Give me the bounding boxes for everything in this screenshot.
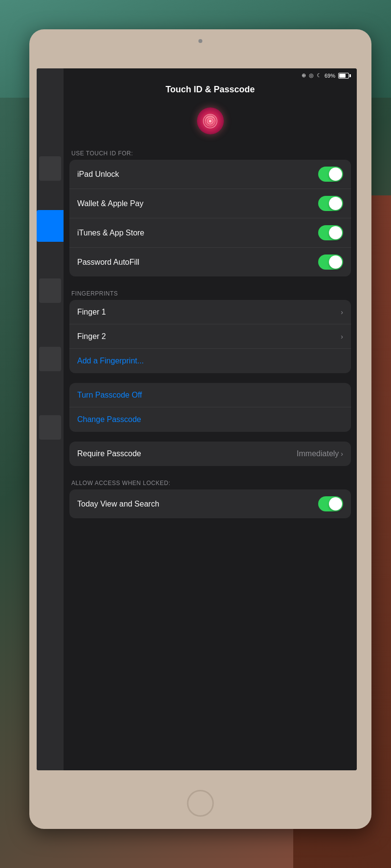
fingerprints-section-header: FINGERPRINTS — [64, 286, 357, 300]
add-fingerprint-row[interactable]: Add a Fingerprint... — [69, 349, 351, 373]
require-passcode-value: Immediately › — [297, 449, 343, 458]
circle-icon: ◎ — [309, 72, 314, 79]
battery-icon — [338, 73, 349, 79]
touch-id-icon — [197, 107, 224, 134]
wallet-toggle-knob — [329, 197, 342, 210]
add-fingerprint-label: Add a Fingerprint... — [77, 357, 144, 365]
itunes-toggle[interactable] — [318, 225, 343, 240]
home-button[interactable] — [187, 790, 214, 817]
itunes-label: iTunes & App Store — [77, 229, 144, 237]
passcode-group: Turn Passcode Off Change Passcode — [69, 383, 351, 432]
sidebar-item-4[interactable] — [39, 415, 61, 440]
ipad-unlock-toggle-knob — [329, 168, 342, 181]
moon-icon: ☾ — [317, 72, 322, 79]
finger2-row[interactable]: Finger 2 › — [69, 324, 351, 349]
sidebar — [37, 68, 64, 770]
touch-id-group: iPad Unlock Wallet & Apple Pay iTunes & … — [69, 160, 351, 276]
require-passcode-group: Require Passcode Immediately › — [69, 442, 351, 466]
sidebar-item-1[interactable] — [39, 156, 61, 181]
camera — [198, 39, 202, 43]
autofill-row: Password AutoFill — [69, 248, 351, 276]
wallet-label: Wallet & Apple Pay — [77, 199, 143, 208]
allow-access-group: Today View and Search — [69, 489, 351, 518]
turn-passcode-off-label: Turn Passcode Off — [77, 391, 142, 400]
require-passcode-value-text: Immediately — [297, 449, 339, 458]
fingerprint-container — [64, 103, 357, 146]
change-passcode-row[interactable]: Change Passcode — [69, 407, 351, 432]
sidebar-item-2[interactable] — [39, 278, 61, 303]
itunes-row: iTunes & App Store — [69, 218, 351, 248]
today-view-toggle-knob — [329, 497, 342, 510]
sidebar-item-3[interactable] — [39, 347, 61, 371]
itunes-toggle-knob — [329, 226, 342, 239]
main-content: ⊕ ◎ ☾ 69% Touch ID & Passcode — [64, 68, 357, 770]
ipad-unlock-label: iPad Unlock — [77, 170, 119, 179]
finger1-row[interactable]: Finger 1 › — [69, 300, 351, 324]
battery-percentage: 69% — [325, 73, 335, 79]
require-passcode-label: Require Passcode — [77, 449, 141, 458]
touch-id-section-header: USE TOUCH ID FOR: — [64, 146, 357, 160]
finger2-chevron: › — [341, 333, 343, 340]
change-passcode-label: Change Passcode — [77, 415, 141, 424]
wallet-toggle[interactable] — [318, 196, 343, 211]
finger1-label: Finger 1 — [77, 308, 106, 317]
ipad-frame: ⊕ ◎ ☾ 69% Touch ID & Passcode — [29, 29, 371, 829]
allow-access-section-header: ALLOW ACCESS WHEN LOCKED: — [64, 476, 357, 489]
ipad-screen: ⊕ ◎ ☾ 69% Touch ID & Passcode — [37, 68, 357, 770]
finger1-chevron: › — [341, 308, 343, 316]
page-title: Touch ID & Passcode — [64, 81, 357, 103]
autofill-toggle-knob — [329, 255, 342, 269]
require-passcode-chevron: › — [341, 450, 343, 458]
today-view-row: Today View and Search — [69, 489, 351, 518]
require-passcode-row[interactable]: Require Passcode Immediately › — [69, 442, 351, 466]
status-bar: ⊕ ◎ ☾ 69% — [64, 68, 357, 81]
today-view-label: Today View and Search — [77, 500, 159, 508]
sidebar-item-active[interactable] — [37, 210, 64, 242]
svg-point-3 — [209, 120, 212, 122]
finger2-label: Finger 2 — [77, 332, 106, 341]
autofill-label: Password AutoFill — [77, 258, 139, 267]
wallet-row: Wallet & Apple Pay — [69, 189, 351, 218]
ipad-unlock-toggle[interactable] — [318, 167, 343, 182]
autofill-toggle[interactable] — [318, 254, 343, 270]
battery-fill — [339, 74, 346, 78]
today-view-toggle[interactable] — [318, 496, 343, 511]
turn-passcode-off-row[interactable]: Turn Passcode Off — [69, 383, 351, 407]
ipad-unlock-row: iPad Unlock — [69, 160, 351, 189]
pin-icon: ⊕ — [302, 72, 306, 79]
fingerprints-group: Finger 1 › Finger 2 › Add a Fingerprint.… — [69, 300, 351, 373]
